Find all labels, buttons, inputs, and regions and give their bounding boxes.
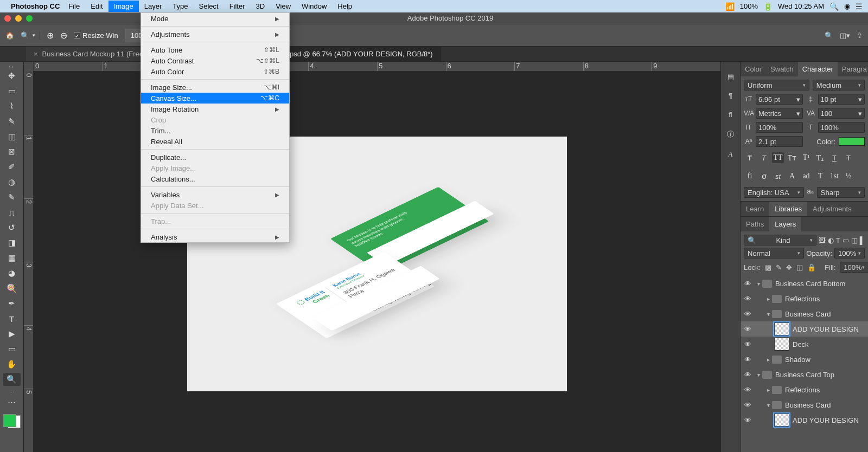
leading-input[interactable]: 10 pt▾	[818, 94, 865, 105]
visibility-icon[interactable]: 👁	[741, 340, 755, 348]
menu-analysis[interactable]: Analysis	[141, 231, 289, 242]
share-icon[interactable]: ⇪	[857, 31, 863, 40]
layer-row[interactable]: 👁▾Business Card	[741, 397, 868, 412]
visibility-icon[interactable]: 👁	[741, 280, 755, 288]
menu-layer[interactable]: Layer	[139, 1, 168, 12]
fractions-button[interactable]: ½	[843, 171, 854, 182]
menu-image-rotation[interactable]: Image Rotation	[141, 104, 289, 114]
gradient-tool[interactable]: ▦	[3, 251, 21, 264]
menu-duplicate[interactable]: Duplicate...	[141, 152, 289, 163]
superscript-button[interactable]: T¹	[800, 152, 812, 163]
info-panel-icon[interactable]: ⓘ	[727, 130, 734, 139]
paragraph-panel-icon[interactable]: ¶	[729, 92, 732, 100]
layer-thumbnail[interactable]	[774, 338, 789, 351]
spotlight-icon[interactable]: 🔍	[829, 2, 839, 11]
stylistic-button[interactable]: ad	[800, 171, 812, 182]
quick-select-tool[interactable]: ✎	[3, 115, 21, 128]
menu-filter[interactable]: Filter	[224, 1, 251, 12]
frame-tool[interactable]: ⊠	[3, 145, 21, 158]
menu-calculations[interactable]: Calculations...	[141, 173, 289, 184]
hscale-input[interactable]: 100%	[818, 122, 865, 133]
libraries-tab[interactable]: Libraries	[769, 202, 807, 216]
filter-pixel-icon[interactable]: 🖼	[819, 236, 826, 244]
search-icon[interactable]: 🔍	[825, 31, 833, 40]
titling-button[interactable]: T	[814, 171, 826, 182]
path-select-tool[interactable]: ▶	[3, 327, 21, 340]
opacity-input[interactable]: 100%▾	[834, 248, 865, 259]
clock[interactable]: Wed 10:25 AM	[778, 2, 824, 10]
visibility-icon[interactable]: 👁	[741, 325, 755, 333]
fill-input[interactable]: 100%▾	[840, 262, 868, 273]
lock-paint-icon[interactable]: ✎	[776, 263, 782, 272]
styles-panel-icon[interactable]: A	[729, 150, 733, 159]
glyphs-panel-icon[interactable]: fi	[729, 111, 732, 119]
layers-tab[interactable]: Layers	[769, 217, 801, 231]
workspace-icon[interactable]: ◫▾	[840, 31, 850, 40]
filter-type-icon[interactable]: T	[836, 236, 840, 244]
character-tab[interactable]: Character	[798, 62, 838, 76]
swatches-tab[interactable]: Swatch	[766, 62, 798, 76]
resize-windows-checkbox[interactable]: Resize Win	[74, 31, 118, 40]
crop-tool[interactable]: ◫	[3, 130, 21, 143]
layer-row[interactable]: 👁ADD YOUR DESIGN	[741, 321, 868, 337]
menu-auto-tone[interactable]: Auto Tone⇧⌘L	[141, 44, 289, 55]
layer-thumbnail[interactable]	[774, 414, 789, 427]
menu-edit[interactable]: Edit	[85, 1, 108, 12]
subscript-button[interactable]: T₁	[814, 152, 826, 163]
blur-tool[interactable]: ◕	[3, 267, 21, 280]
menu-type[interactable]: Type	[167, 1, 193, 12]
layer-row[interactable]: 👁ADD YOUR DESIGN	[741, 412, 868, 428]
menu-trim[interactable]: Trim...	[141, 125, 289, 136]
menu-image-size[interactable]: Image Size...⌥⌘I	[141, 82, 289, 93]
visibility-icon[interactable]: 👁	[741, 295, 755, 303]
brush-tool[interactable]: ✎	[3, 191, 21, 204]
menu-window[interactable]: Window	[296, 1, 332, 12]
filter-adjustment-icon[interactable]: ◐	[828, 236, 834, 244]
control-center-icon[interactable]: ☰	[856, 2, 863, 11]
zoom-tool[interactable]: 🔍	[3, 373, 21, 386]
menu-auto-contrast[interactable]: Auto Contrast⌥⇧⌘L	[141, 55, 289, 66]
ligatures-button[interactable]: fi	[744, 171, 756, 182]
layer-row[interactable]: 👁▾Business Card Bottom	[741, 276, 868, 291]
home-icon[interactable]: 🏠	[5, 31, 14, 40]
wifi-icon[interactable]: 📶	[725, 2, 735, 11]
zoom-in-icon[interactable]: ⊕	[47, 30, 54, 41]
siri-icon[interactable]: ◉	[844, 2, 850, 10]
baseline-input[interactable]: 2.1 pt	[756, 136, 803, 147]
menu-select[interactable]: Select	[193, 1, 224, 12]
menu-file[interactable]: File	[63, 1, 85, 12]
shape-tool[interactable]: ▭	[3, 343, 21, 356]
visibility-icon[interactable]: 👁	[741, 356, 755, 364]
lock-position-icon[interactable]: ✥	[786, 263, 792, 272]
menu-image[interactable]: Image	[108, 1, 139, 12]
type-tool[interactable]: T	[3, 312, 21, 325]
layer-row[interactable]: 👁▾Business Card	[741, 306, 868, 321]
close-tab-icon[interactable]: ×	[34, 50, 38, 58]
menu-reveal-all[interactable]: Reveal All	[141, 136, 289, 147]
visibility-icon[interactable]: 👁	[741, 386, 755, 394]
bold-button[interactable]: T	[744, 152, 756, 163]
swash-button[interactable]: A	[786, 171, 798, 182]
menu-canvas-size[interactable]: Canvas Size...⌥⌘C	[141, 93, 289, 104]
font-family-dropdown[interactable]: Uniform▾	[744, 80, 809, 91]
contextual-button[interactable]: ơ	[758, 171, 770, 182]
ruler-origin[interactable]	[24, 62, 34, 72]
ordinals-button[interactable]: 1st	[828, 171, 840, 182]
lock-all-icon[interactable]: 🔒	[807, 263, 816, 272]
filter-smart-icon[interactable]: ◫	[851, 236, 858, 244]
smallcaps-button[interactable]: Tᴛ	[786, 152, 798, 163]
tracking-input[interactable]: 100▾	[818, 108, 865, 119]
dodge-tool[interactable]: 🍭	[3, 282, 21, 295]
eyedropper-tool[interactable]: ✐	[3, 160, 21, 173]
eraser-tool[interactable]: ◨	[3, 236, 21, 249]
menu-mode[interactable]: Mode	[141, 13, 289, 24]
lock-artboard-icon[interactable]: ◫	[796, 263, 803, 272]
discretionary-button[interactable]: st	[772, 171, 784, 182]
app-name[interactable]: Photoshop CC	[11, 2, 60, 10]
menu-help[interactable]: Help	[332, 1, 358, 12]
allcaps-button[interactable]: TT	[772, 152, 784, 163]
move-tool[interactable]: ✥	[3, 69, 21, 82]
paths-tab[interactable]: Paths	[741, 217, 769, 231]
filter-shape-icon[interactable]: ▭	[843, 236, 849, 244]
visibility-icon[interactable]: 👁	[741, 310, 755, 318]
